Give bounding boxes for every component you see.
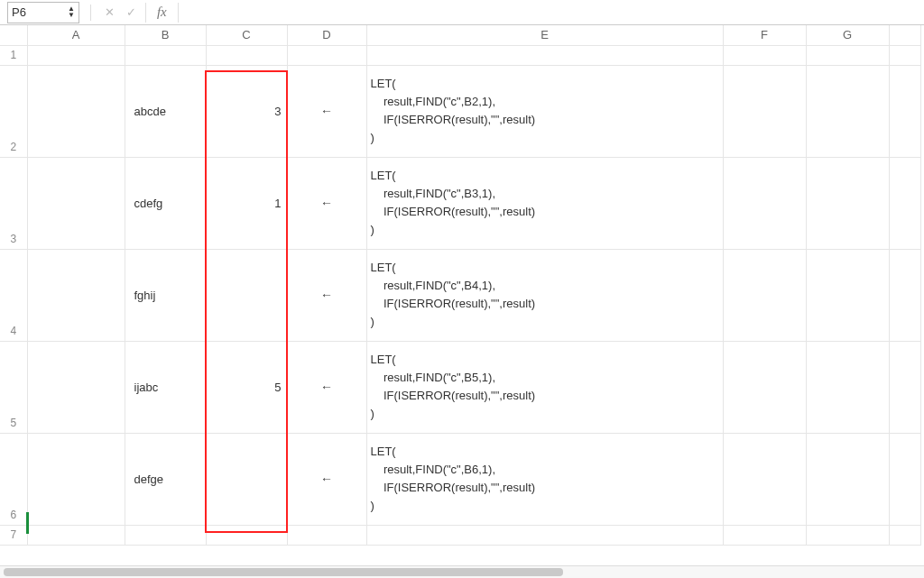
cell[interactable] xyxy=(27,525,125,545)
cell[interactable] xyxy=(889,341,920,433)
cell[interactable] xyxy=(27,341,125,433)
cell[interactable] xyxy=(206,433,287,525)
horizontal-scrollbar[interactable] xyxy=(0,565,924,578)
cell[interactable] xyxy=(27,45,125,65)
cell[interactable] xyxy=(889,249,920,341)
col-header-C[interactable]: C xyxy=(206,25,287,45)
cell[interactable] xyxy=(723,341,806,433)
cell[interactable]: 1 xyxy=(206,157,287,249)
row-header[interactable]: 7 xyxy=(0,525,27,545)
col-header-E[interactable]: E xyxy=(366,25,723,45)
spinner-down-icon[interactable]: ▼ xyxy=(68,13,75,19)
check-icon: ✓ xyxy=(126,5,136,19)
cancel-formula-button[interactable]: ✕ xyxy=(102,5,118,21)
col-header-H[interactable] xyxy=(889,25,920,45)
cell[interactable] xyxy=(206,525,287,545)
cell[interactable] xyxy=(27,157,125,249)
cell[interactable] xyxy=(723,45,806,65)
cell[interactable] xyxy=(723,157,806,249)
row-header[interactable]: 5 xyxy=(0,341,27,433)
separator xyxy=(145,3,146,23)
cell[interactable]: 3 xyxy=(206,65,287,157)
cell[interactable]: ← xyxy=(287,341,366,433)
cell[interactable] xyxy=(889,65,920,157)
cell[interactable]: LET( result,FIND("c",B3,1), IF(ISERROR(r… xyxy=(366,157,723,249)
cell[interactable] xyxy=(723,65,806,157)
formula-input[interactable] xyxy=(184,4,917,22)
col-header-A[interactable]: A xyxy=(27,25,125,45)
table-row: 1 xyxy=(0,45,920,65)
cell[interactable] xyxy=(287,45,366,65)
name-box-wrap[interactable]: ▲ ▼ xyxy=(7,2,79,23)
fx-icon[interactable]: fx xyxy=(157,5,167,20)
table-row: 5 ijabc 5 ← LET( result,FIND("c",B5,1), … xyxy=(0,341,920,433)
cell[interactable]: ← xyxy=(287,157,366,249)
cell[interactable]: ← xyxy=(287,65,366,157)
row-header[interactable]: 3 xyxy=(0,157,27,249)
cell[interactable] xyxy=(27,65,125,157)
cell[interactable] xyxy=(806,249,889,341)
cell[interactable]: 5 xyxy=(206,341,287,433)
name-box[interactable] xyxy=(12,5,64,21)
table-row: 2 abcde 3 ← LET( result,FIND("c",B2,1), … xyxy=(0,65,920,157)
cell[interactable]: LET( result,FIND("c",B5,1), IF(ISERROR(r… xyxy=(366,341,723,433)
cell[interactable] xyxy=(27,249,125,341)
cell[interactable] xyxy=(125,525,206,545)
separator xyxy=(90,5,91,21)
col-header-B[interactable]: B xyxy=(125,25,206,45)
cell[interactable]: cdefg xyxy=(125,157,206,249)
cell[interactable] xyxy=(723,433,806,525)
cell[interactable] xyxy=(287,525,366,545)
cell[interactable] xyxy=(366,525,723,545)
cell[interactable] xyxy=(889,433,920,525)
table-row: 7 xyxy=(0,525,920,545)
cell[interactable] xyxy=(806,65,889,157)
sheet-table: A B C D E F G 1 xyxy=(0,25,921,546)
scrollbar-thumb[interactable] xyxy=(4,568,563,576)
formula-bar: ▲ ▼ ✕ ✓ fx xyxy=(0,0,924,25)
cell[interactable]: LET( result,FIND("c",B4,1), IF(ISERROR(r… xyxy=(366,249,723,341)
table-row: 4 fghij ← LET( result,FIND("c",B4,1), IF… xyxy=(0,249,920,341)
cell[interactable] xyxy=(723,249,806,341)
active-row-marker xyxy=(26,512,29,534)
cell[interactable] xyxy=(889,525,920,545)
cell[interactable]: fghij xyxy=(125,249,206,341)
cell[interactable] xyxy=(206,45,287,65)
cell[interactable]: ← xyxy=(287,249,366,341)
table-row: 3 cdefg 1 ← LET( result,FIND("c",B3,1), … xyxy=(0,157,920,249)
cell[interactable] xyxy=(806,433,889,525)
cell[interactable]: LET( result,FIND("c",B6,1), IF(ISERROR(r… xyxy=(366,433,723,525)
cell[interactable] xyxy=(806,525,889,545)
col-header-D[interactable]: D xyxy=(287,25,366,45)
cell[interactable]: ← xyxy=(287,433,366,525)
cell[interactable] xyxy=(806,157,889,249)
cell[interactable]: ijabc xyxy=(125,341,206,433)
cell[interactable]: LET( result,FIND("c",B2,1), IF(ISERROR(r… xyxy=(366,65,723,157)
cell[interactable] xyxy=(889,45,920,65)
cancel-icon: ✕ xyxy=(105,5,115,19)
cell[interactable] xyxy=(27,433,125,525)
row-header[interactable]: 6 xyxy=(0,433,27,525)
cell[interactable] xyxy=(366,45,723,65)
cell[interactable] xyxy=(806,45,889,65)
cell[interactable] xyxy=(206,249,287,341)
cell[interactable] xyxy=(125,45,206,65)
table-row: 6 defge ← LET( result,FIND("c",B6,1), IF… xyxy=(0,433,920,525)
name-box-spinner[interactable]: ▲ ▼ xyxy=(68,6,75,19)
select-all-corner[interactable] xyxy=(0,25,27,45)
row-header[interactable]: 2 xyxy=(0,65,27,157)
col-header-G[interactable]: G xyxy=(806,25,889,45)
col-header-F[interactable]: F xyxy=(723,25,806,45)
spreadsheet-grid[interactable]: A B C D E F G 1 xyxy=(0,25,924,578)
cell[interactable]: abcde xyxy=(125,65,206,157)
cell[interactable] xyxy=(889,157,920,249)
column-header-row: A B C D E F G xyxy=(0,25,920,45)
separator xyxy=(178,3,179,23)
row-header[interactable]: 4 xyxy=(0,249,27,341)
row-header[interactable]: 1 xyxy=(0,45,27,65)
cell[interactable]: defge xyxy=(125,433,206,525)
cell[interactable] xyxy=(806,341,889,433)
confirm-formula-button[interactable]: ✓ xyxy=(124,5,140,21)
cell[interactable] xyxy=(723,525,806,545)
